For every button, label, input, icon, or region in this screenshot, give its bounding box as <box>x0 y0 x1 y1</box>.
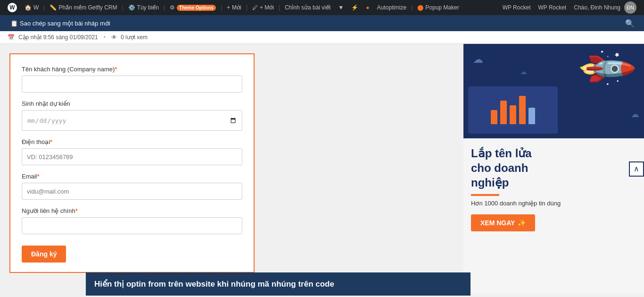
w3tc-item[interactable]: ⚡ <box>347 0 362 15</box>
orange-accent-line <box>471 194 499 196</box>
theme-options-label: Tùy biến <box>137 4 159 11</box>
wordpress-logo: W <box>8 3 17 12</box>
edit-icon: 🖊 <box>252 4 258 11</box>
phone-input[interactable] <box>22 148 242 165</box>
filter-item[interactable]: ▼ <box>334 0 347 15</box>
filter-icon: ▼ <box>338 4 344 11</box>
ad-headline: Lắp tên lửa cho doanh nghiệp <box>471 146 636 190</box>
site-icon: 🏠 <box>25 4 32 11</box>
ad-headline-line1: Lắp tên lửa <box>471 146 636 161</box>
new-item[interactable]: + Mới <box>223 0 245 15</box>
required-star-1: * <box>115 66 117 73</box>
gear-icon: ⚙️ <box>128 4 135 11</box>
ad-white-section: Lắp tên lửa cho doanh nghiệp Hơn 1000 do… <box>463 138 644 294</box>
dot-item[interactable]: ● <box>362 0 373 15</box>
eye-icon: 👁 <box>111 34 117 41</box>
ad-cta-button[interactable]: XEM NGAY ✨ <box>471 214 535 231</box>
admin-bar: W 🏠 W | ✏️ Phần mềm Getfly CRM | ⚙️ Tùy … <box>0 0 644 15</box>
post-info-bar: 📅 Cập nhật 9:56 sáng 01/09/2021 • 👁 0 lư… <box>0 31 644 44</box>
required-star-4: * <box>37 173 40 180</box>
contact-person-group: Người liên hệ chính* <box>22 207 242 234</box>
scroll-top-button[interactable]: ∧ <box>629 161 644 177</box>
updates-item[interactable]: ⚙ Theme Options <box>166 0 220 15</box>
search-button[interactable]: 🔍 <box>621 19 638 28</box>
copy-draft-item[interactable]: 📋 Sao chép sang một bài nháp mới <box>6 15 115 31</box>
company-name-input[interactable] <box>22 76 242 93</box>
customize-item[interactable]: ✏️ Phần mềm Getfly CRM <box>46 0 121 15</box>
theme-options-item[interactable]: ⚙️ Tùy biến <box>124 0 163 15</box>
main-content: Tên khách hàng (Company name)* Sinh nhật… <box>0 44 644 294</box>
purge-item[interactable]: Autoptimize <box>373 0 410 15</box>
greeting-text: Chào, Đinh Nhung <box>574 4 620 11</box>
wp-rocket-item[interactable]: WP Rocket <box>534 0 570 15</box>
cloud-icon-3: ☁ <box>520 68 527 76</box>
greeting-item[interactable]: Chào, Đinh Nhung ĐN <box>570 0 640 15</box>
email-input[interactable] <box>22 183 242 200</box>
sep2: | <box>121 4 124 11</box>
contact-person-label: Người liên hệ chính* <box>22 207 242 214</box>
cloud-icon-2: ☁ <box>631 109 639 119</box>
site-name-item[interactable]: 🏠 W <box>21 0 42 15</box>
plus-icon: + <box>227 4 230 11</box>
autoptimize-icon: ⬤ <box>417 4 423 11</box>
second-bar-right: 🔍 <box>621 19 638 28</box>
sep4: | <box>220 4 223 11</box>
purge-label: Autoptimize <box>377 4 406 11</box>
contact-person-input[interactable] <box>22 217 242 234</box>
register-button[interactable]: Đăng ký <box>22 246 66 263</box>
wp-rocket-label: WP Rocket <box>538 4 566 11</box>
birthday-input[interactable] <box>22 110 242 131</box>
ad-headline-line3: nghiệp <box>471 175 636 190</box>
form-container: Tên khách hàng (Company name)* Sinh nhật… <box>9 53 255 273</box>
new-label: Mới <box>232 4 241 11</box>
avatar-icon: ĐN <box>624 1 636 14</box>
autoptimize-label: Popup Maker <box>425 4 459 11</box>
edit-label: + Mới <box>260 4 274 11</box>
updates-icon: ⚙ <box>170 4 175 11</box>
edit-item[interactable]: 🖊 + Mới <box>248 0 278 15</box>
w3tc-icon: ⚡ <box>351 4 358 11</box>
sparkle-icon: ✨ <box>518 219 526 227</box>
asset-cleanup-item[interactable]: Chỉnh sửa bài viết <box>281 0 334 15</box>
overlay-banner: Hiển thị optin from trên website khi nhú… <box>86 272 471 296</box>
company-name-label: Tên khách hàng (Company name)* <box>22 66 242 73</box>
site-name-label: W <box>33 4 39 11</box>
cloud-icon-1: ☁ <box>473 53 483 66</box>
cta-label: XEM NGAY <box>480 219 515 227</box>
email-label: Email* <box>22 173 242 180</box>
required-star-3: * <box>50 138 52 145</box>
admin-bar-right: WP Rocket WP Rocket Chào, Đinh Nhung ĐN <box>499 0 640 15</box>
view-text: 0 lượt xem <box>121 34 148 41</box>
customize-label: Phần mềm Getfly CRM <box>58 4 117 11</box>
popup-maker-item[interactable]: WP Rocket <box>499 0 535 15</box>
sep7: | <box>410 4 413 11</box>
sep5: | <box>245 4 248 11</box>
sep6: | <box>278 4 281 11</box>
laptop-mockup <box>468 86 558 134</box>
asset-cleanup-label: Chỉnh sửa bài viết <box>285 4 330 11</box>
birthday-group: Sinh nhật dự kiến <box>22 100 242 131</box>
update-text: Cập nhật 9:56 sáng 01/09/2021 <box>18 34 98 41</box>
popup-maker-label: WP Rocket <box>503 4 531 11</box>
phone-label: Điện thoại* <box>22 138 242 145</box>
rocket-icon: 🚀 <box>574 44 638 101</box>
info-separator: • <box>104 34 106 41</box>
company-name-group: Tên khách hàng (Company name)* <box>22 66 242 93</box>
required-star-5: * <box>75 207 78 214</box>
sep3: | <box>163 4 166 11</box>
sep1: | <box>42 4 46 11</box>
ad-headline-line2: cho doanh <box>471 161 636 175</box>
dot-icon: ● <box>366 4 369 11</box>
autoptimize-item[interactable]: ⬤ Popup Maker <box>413 0 462 15</box>
form-area: Tên khách hàng (Company name)* Sinh nhật… <box>0 44 463 294</box>
customize-icon: ✏️ <box>50 4 57 11</box>
copy-draft-label: Sao chép sang một bài nháp mới <box>20 20 110 27</box>
birthday-label: Sinh nhật dự kiến <box>22 100 242 107</box>
wp-logo-item[interactable]: W <box>4 0 21 15</box>
ad-blue-top: 🚀 ☁ ☁ ☁ <box>463 44 644 138</box>
calendar-icon: 📅 <box>8 34 15 41</box>
second-bar: 📋 Sao chép sang một bài nháp mới 🔍 <box>0 15 644 31</box>
chevron-up-icon: ∧ <box>634 164 639 173</box>
ad-sidebar: 🚀 ☁ ☁ ☁ Lắp tên lửa cho d <box>463 44 644 294</box>
updates-badge: Theme Options <box>177 5 216 11</box>
